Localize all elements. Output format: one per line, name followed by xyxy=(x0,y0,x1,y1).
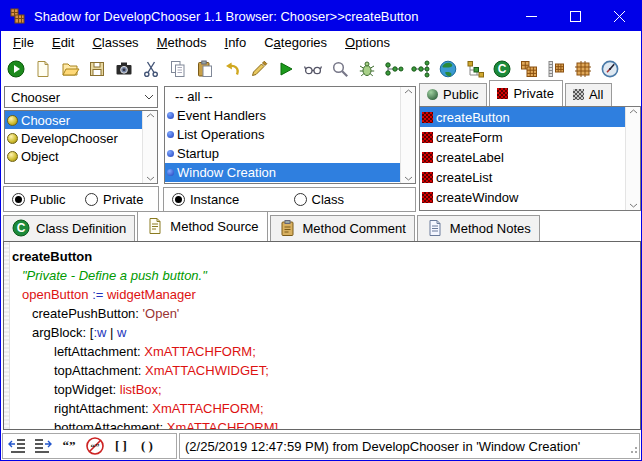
maximize-button[interactable] xyxy=(553,1,597,31)
code-line: createPushButton: 'Open' xyxy=(10,304,640,323)
close-button[interactable] xyxy=(597,1,641,31)
ruler-grid-icon[interactable] xyxy=(544,57,567,81)
bug-icon[interactable] xyxy=(355,57,378,81)
menu-classes[interactable]: Classes xyxy=(83,32,147,53)
class-item-object[interactable]: Object xyxy=(5,147,157,165)
class-icon xyxy=(7,133,18,144)
ball-green-icon xyxy=(427,89,438,100)
menu-info[interactable]: Info xyxy=(216,32,256,53)
menu-file[interactable]: File xyxy=(4,32,43,53)
scroll-up-icon[interactable] xyxy=(146,113,155,118)
method-item-createWindow[interactable]: createWindow xyxy=(420,187,640,207)
save-icon[interactable] xyxy=(85,57,108,81)
blocks-icon[interactable] xyxy=(517,57,540,81)
doc-source-icon xyxy=(145,216,165,236)
method-item-label: createLabel xyxy=(436,150,504,165)
scroll-up-icon[interactable] xyxy=(629,109,638,114)
tab-method-source[interactable]: Method Source xyxy=(137,211,267,241)
method-item-createButton[interactable]: createButton xyxy=(420,107,640,127)
category-item[interactable]: Window Creation xyxy=(165,163,415,182)
tab-label: Public xyxy=(443,87,478,102)
code-line: rightAttachment: XmATTACHFORM; xyxy=(10,399,640,418)
method-item-createLabel[interactable]: createLabel xyxy=(420,147,640,167)
refresh-c-icon[interactable]: C xyxy=(490,57,513,81)
status-message-field: (2/25/2019 12:47:59 PM) from DevelopChoo… xyxy=(179,433,640,459)
tab-label: Method Notes xyxy=(450,221,531,236)
menu-categories[interactable]: Categories xyxy=(255,32,336,53)
camera-icon[interactable] xyxy=(112,57,135,81)
graph-implementors-icon[interactable] xyxy=(409,57,432,81)
compass-icon[interactable] xyxy=(598,57,621,81)
chevron-down-icon xyxy=(141,94,157,100)
minimize-button[interactable] xyxy=(509,1,553,31)
play-circle-icon[interactable] xyxy=(4,57,27,81)
category-item[interactable]: Startup xyxy=(165,144,415,163)
open-folder-icon[interactable] xyxy=(58,57,81,81)
method-item-displayWindow[interactable]: displayWindow xyxy=(420,207,640,211)
remove-quotes-icon[interactable]: “” xyxy=(85,436,105,456)
add-quotes-icon[interactable]: “” xyxy=(59,436,79,456)
method-item-createList[interactable]: createList xyxy=(420,167,640,187)
category-item-label: -- all -- xyxy=(175,89,213,104)
grid-icon[interactable] xyxy=(571,57,594,81)
tab-private[interactable]: Private xyxy=(489,80,562,106)
method-source-editor[interactable]: createButton"Private - Define a push but… xyxy=(3,241,641,430)
class-list-scrollbar[interactable] xyxy=(142,111,157,183)
brush-icon[interactable] xyxy=(247,57,270,81)
graph-senders-icon[interactable] xyxy=(382,57,405,81)
checker-red-icon xyxy=(497,88,508,99)
paste-icon[interactable] xyxy=(193,57,216,81)
scroll-down-icon[interactable] xyxy=(404,176,413,181)
svg-text:C: C xyxy=(497,62,506,76)
search-icon[interactable] xyxy=(328,57,351,81)
scroll-down-icon[interactable] xyxy=(146,176,155,181)
indent-right-icon[interactable] xyxy=(33,436,53,456)
hierarchy-icon[interactable] xyxy=(463,57,486,81)
category-item[interactable]: -- all -- xyxy=(165,87,415,106)
side-radio-class[interactable]: Class xyxy=(294,192,416,207)
scroll-up-icon[interactable] xyxy=(404,89,413,94)
category-item[interactable]: List Operations xyxy=(165,125,415,144)
parentheses-icon[interactable]: ( ) xyxy=(137,436,157,456)
globe-icon[interactable] xyxy=(436,57,459,81)
method-list-scrollbar[interactable] xyxy=(625,107,640,210)
menu-options[interactable]: Options xyxy=(336,32,399,53)
method-item-label: createButton xyxy=(436,110,510,125)
category-item-label: List Operations xyxy=(177,127,264,142)
cut-icon[interactable] xyxy=(139,57,162,81)
category-list-scrollbar[interactable] xyxy=(400,87,415,183)
class-dropdown-value: Chooser xyxy=(5,90,141,105)
side-radio-instance[interactable]: Instance xyxy=(164,192,294,207)
tab-public[interactable]: Public xyxy=(419,83,487,106)
menu-edit[interactable]: Edit xyxy=(43,32,83,53)
class-item-developchooser[interactable]: DevelopChooser xyxy=(5,129,157,147)
tab-all[interactable]: All xyxy=(565,83,612,106)
tab-method-notes[interactable]: Method Notes xyxy=(417,215,540,241)
category-item[interactable]: Event Handlers xyxy=(165,106,415,125)
scroll-down-icon[interactable] xyxy=(629,203,638,208)
tab-label: Private xyxy=(513,86,553,101)
new-document-icon[interactable] xyxy=(31,57,54,81)
radio-label: Private xyxy=(103,192,143,207)
code-line: argBlock: [:w | w xyxy=(10,323,640,342)
method-item-createForm[interactable]: createForm xyxy=(420,127,640,147)
class-item-chooser[interactable]: Chooser xyxy=(5,111,157,129)
status-message: (2/25/2019 12:47:59 PM) from DevelopChoo… xyxy=(185,439,580,454)
square-brackets-icon[interactable]: [ ] xyxy=(111,436,131,456)
visibility-radio-private[interactable]: Private xyxy=(85,192,158,207)
radio-icon xyxy=(85,193,98,206)
undo-icon[interactable] xyxy=(220,57,243,81)
tab-class-definition[interactable]: C Class Definition xyxy=(3,215,135,241)
glasses-icon[interactable] xyxy=(301,57,324,81)
radio-icon xyxy=(12,193,25,206)
resize-grip[interactable] xyxy=(628,442,638,457)
menu-methods[interactable]: Methods xyxy=(148,32,216,53)
visibility-radio-public[interactable]: Public xyxy=(4,192,85,207)
class-dropdown[interactable]: Chooser xyxy=(4,86,158,108)
category-list: -- all -- Event Handlers List Operations… xyxy=(164,86,416,184)
copy-icon[interactable] xyxy=(166,57,189,81)
play-icon[interactable] xyxy=(274,57,297,81)
tab-method-comment[interactable]: Method Comment xyxy=(270,215,415,241)
title-bar: Shadow for DevelopChooser 1.1 Browser: C… xyxy=(1,1,641,31)
indent-left-icon[interactable] xyxy=(7,436,27,456)
